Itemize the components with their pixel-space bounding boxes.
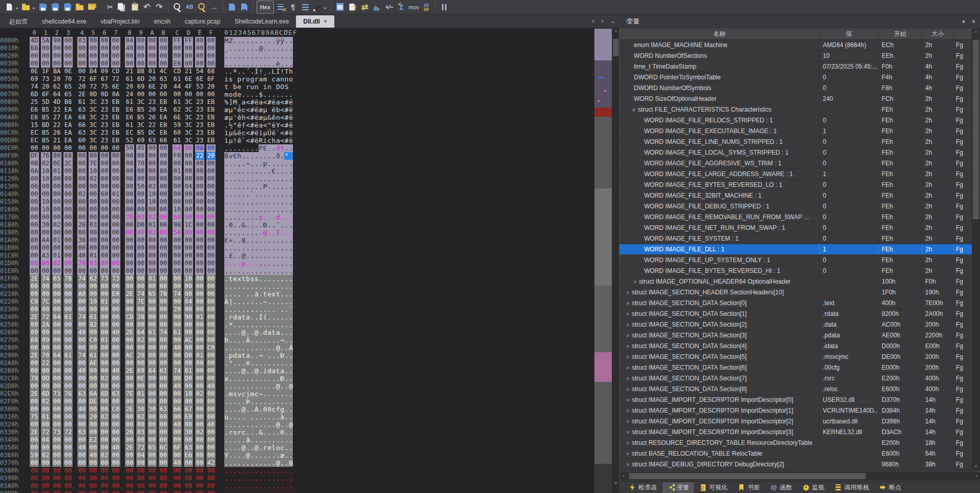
hex-byte[interactable]: 53 — [195, 83, 204, 91]
ascii-column[interactable]: ......`......... — [224, 190, 293, 198]
ascii-char[interactable]: . — [276, 206, 280, 213]
hex-byte[interactable]: 00 — [30, 421, 39, 428]
hex-byte[interactable]: EA — [159, 114, 168, 121]
ascii-char[interactable]: . — [228, 167, 232, 175]
ascii-char[interactable]: ¸ — [224, 45, 228, 52]
ascii-char[interactable]: . — [289, 190, 293, 198]
hex-byte[interactable]: 63 — [184, 444, 193, 452]
ascii-char[interactable]: . — [259, 444, 263, 452]
hex-byte[interactable]: 00 — [195, 160, 204, 167]
var-row[interactable]: >struct IMAGE_IMPORT_DESCRIPTOR ImportDe… — [620, 427, 972, 438]
var-fg-cell[interactable]: Fg — [954, 180, 972, 190]
ascii-char[interactable]: . — [242, 336, 246, 344]
ascii-char[interactable]: i — [263, 83, 267, 91]
ascii-char[interactable]: r — [254, 75, 259, 83]
ascii-char[interactable]: . — [276, 467, 280, 475]
var-fg-cell[interactable]: Fg — [954, 319, 972, 330]
ascii-char[interactable]: Z — [228, 37, 232, 45]
ascii-char[interactable] — [267, 106, 271, 114]
ascii-char[interactable]: ê — [237, 114, 241, 121]
ascii-char[interactable]: . — [250, 152, 254, 160]
expand-icon[interactable]: > — [625, 301, 631, 306]
hex-byte[interactable]: 00 — [111, 213, 120, 221]
hex-byte[interactable]: 00 — [195, 229, 204, 237]
hex-byte[interactable]: 65 — [63, 83, 73, 91]
ascii-char[interactable]: 0 — [267, 405, 271, 413]
var-row[interactable]: WORD IMAGE_FILE_SYSTEM : 10FEh2hFg — [620, 233, 972, 244]
ascii-char[interactable]: . — [259, 190, 263, 198]
ascii-char[interactable]: t — [276, 367, 280, 375]
hex-row[interactable]: 0350h00000000400000402E72656C6F630000...… — [0, 444, 594, 452]
var-start-cell[interactable]: AE00h — [879, 330, 922, 340]
hex-byte[interactable]: 00 — [77, 144, 87, 152]
hex-byte[interactable]: 74 — [41, 275, 50, 283]
hex-byte[interactable]: 00 — [159, 275, 168, 283]
ascii-char[interactable]: . — [284, 190, 288, 198]
hex-byte[interactable]: 00 — [125, 60, 134, 68]
hex-byte[interactable]: 00 — [125, 452, 134, 459]
hex-byte[interactable]: 00 — [111, 467, 120, 475]
ascii-column[interactable]: %]M¸a<#ëa<#ëa<#ë — [224, 98, 293, 106]
hex-byte[interactable]: EA — [63, 114, 73, 121]
save-all-button[interactable] — [62, 2, 73, 13]
ascii-char[interactable]: . — [276, 91, 280, 98]
ascii-char[interactable]: ë — [289, 137, 293, 144]
expand-icon[interactable]: > — [625, 408, 631, 414]
hex-byte[interactable]: 00 — [100, 167, 109, 175]
ascii-char[interactable]: . — [254, 452, 259, 459]
ascii-char[interactable]: u — [250, 83, 254, 91]
ascii-char[interactable]: . — [289, 390, 293, 398]
hex-byte[interactable]: 00 — [173, 190, 182, 198]
ascii-char[interactable]: . — [267, 252, 271, 260]
hex-row[interactable]: 0210h00000000A00000E02E74657874000000...… — [0, 290, 594, 298]
ascii-char[interactable]: . — [228, 229, 232, 237]
ascii-char[interactable]: . — [263, 359, 267, 367]
hex-byte[interactable]: 3C — [184, 137, 193, 144]
hex-byte[interactable]: 00 — [206, 229, 216, 237]
hex-byte[interactable]: 69 — [136, 367, 145, 375]
hex-byte[interactable]: 63 — [111, 390, 120, 398]
var-size-cell[interactable]: 2h — [922, 223, 954, 233]
ascii-char[interactable]: . — [250, 283, 254, 290]
ascii-char[interactable]: . — [224, 198, 228, 206]
ascii-char[interactable]: . — [233, 467, 237, 475]
ascii-char[interactable]: . — [228, 482, 232, 490]
hex-byte[interactable]: 00 — [147, 490, 157, 493]
hex-byte[interactable]: 01 — [195, 313, 204, 321]
hex-byte[interactable]: D0 — [136, 221, 145, 229]
ascii-char[interactable]: a — [242, 98, 246, 106]
ascii-char[interactable]: . — [233, 421, 237, 428]
checksum-button[interactable] — [396, 2, 407, 13]
hex-byte[interactable]: 00 — [41, 260, 50, 267]
ascii-char[interactable]: . — [250, 91, 254, 98]
ascii-char[interactable]: . — [289, 213, 293, 221]
ascii-char[interactable]: ! — [280, 68, 284, 75]
ascii-char[interactable]: . — [254, 352, 259, 359]
hex-byte[interactable]: 72 — [41, 428, 50, 436]
var-value-cell[interactable]: 0 — [820, 223, 879, 233]
var-start-cell[interactable]: FEh — [879, 201, 922, 211]
ascii-char[interactable]: . — [250, 336, 254, 344]
ascii-char[interactable]: À — [246, 336, 250, 344]
hex-row[interactable]: 0160h00100000000000000000000010000000...… — [0, 206, 594, 213]
ascii-char[interactable]: < — [263, 98, 267, 106]
ascii-char[interactable]: . — [224, 398, 228, 405]
var-start-cell[interactable]: 100h — [879, 276, 922, 287]
ascii-char[interactable]: # — [284, 98, 288, 106]
hex-byte[interactable]: 63 — [159, 405, 168, 413]
hex-byte[interactable]: 2E — [125, 444, 134, 452]
hex-byte[interactable]: 26 — [147, 114, 157, 121]
ascii-char[interactable]: . — [254, 321, 259, 329]
hex-byte[interactable]: 00 — [184, 436, 193, 444]
hex-byte[interactable]: 00 — [89, 283, 98, 290]
ascii-char[interactable]: . — [289, 37, 293, 45]
hex-byte[interactable]: 09 — [41, 336, 50, 344]
ascii-char[interactable]: . — [267, 482, 271, 490]
hex-byte[interactable]: 00 — [195, 413, 204, 421]
hex-byte[interactable]: 40 — [77, 367, 87, 375]
hex-byte[interactable]: 80 — [30, 237, 39, 244]
ascii-column[interactable]: ................ — [224, 198, 293, 206]
ascii-char[interactable]: t — [242, 313, 246, 321]
hex-byte[interactable]: 04 — [41, 436, 50, 444]
hex-byte[interactable]: 00 — [63, 60, 73, 68]
